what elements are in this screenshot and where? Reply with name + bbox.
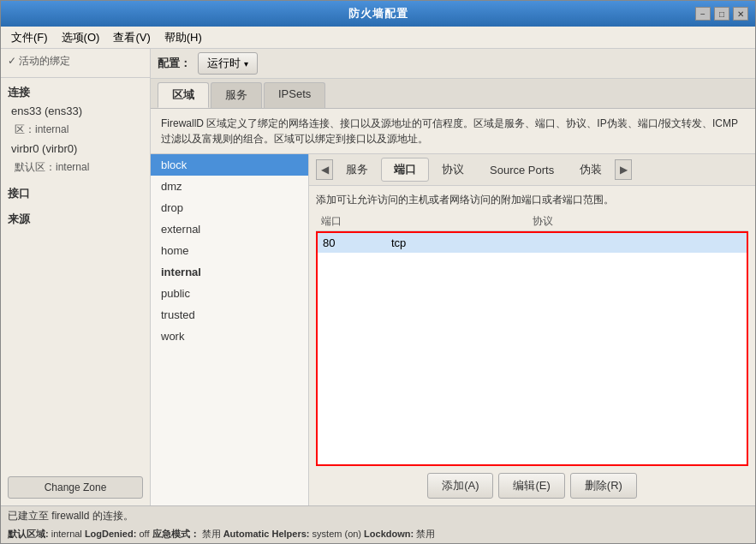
ports-table-header: 端口 协议 bbox=[316, 212, 748, 231]
zone-public[interactable]: public bbox=[151, 283, 308, 304]
zone-work[interactable]: work bbox=[151, 326, 308, 347]
scroll-left-arrow[interactable]: ◀ bbox=[316, 159, 333, 180]
emergency-label: 应急模式： bbox=[152, 529, 199, 539]
tab-bar: 区域 服务 IPSets bbox=[151, 79, 755, 109]
port-col-header: 端口 bbox=[321, 214, 533, 229]
zone-home[interactable]: home bbox=[151, 240, 308, 261]
tab-ipsets[interactable]: IPSets bbox=[264, 82, 325, 108]
protocol-value: tcp bbox=[391, 236, 460, 249]
inner-tab-masquerade[interactable]: 伪装 bbox=[567, 158, 615, 182]
zone-internal[interactable]: internal bbox=[151, 261, 308, 283]
right-panel: ◀ 服务 端口 协议 Source Ports 伪装 ▶ 添加可让允许访问的主机… bbox=[309, 154, 755, 505]
inner-tab-ports[interactable]: 端口 bbox=[381, 158, 429, 182]
table-row[interactable]: 80 tcp bbox=[318, 233, 747, 253]
protocol-col-header: 协议 bbox=[533, 214, 744, 229]
auto-helpers-label: Automatic Helpers: bbox=[223, 529, 310, 539]
connection-status: 已建立至 firewalld 的连接。 bbox=[8, 510, 134, 522]
active-binding-label: ✓ 活动的绑定 bbox=[8, 54, 70, 69]
zone-drop[interactable]: drop bbox=[151, 197, 308, 218]
edit-button[interactable]: 编辑(E) bbox=[498, 473, 564, 499]
close-button[interactable]: ✕ bbox=[733, 7, 748, 21]
port-value: 80 bbox=[323, 236, 391, 249]
delete-button[interactable]: 删除(R) bbox=[570, 473, 637, 499]
sidebar-virbr0: virbr0 (virbr0) bbox=[1, 140, 150, 158]
tab-zones[interactable]: 区域 bbox=[158, 82, 209, 108]
lockdown-value: 禁用 bbox=[416, 529, 435, 539]
lockdown-label: Lockdown: bbox=[364, 529, 414, 539]
inner-tab-source-ports[interactable]: Source Ports bbox=[477, 159, 567, 181]
menu-file[interactable]: 文件(F) bbox=[4, 27, 55, 48]
log-denied-label: LogDenied: bbox=[85, 529, 137, 539]
zone-trusted[interactable]: trusted bbox=[151, 304, 308, 326]
top-controls: 配置： 运行时 bbox=[151, 49, 755, 79]
default-zone-label: 默认区域: bbox=[8, 529, 49, 539]
ports-content: 添加可让允许访问的主机或者网络访问的附加端口或者端口范围。 端口 协议 80 t… bbox=[309, 186, 755, 505]
inner-tab-bar: ◀ 服务 端口 协议 Source Ports 伪装 ▶ bbox=[309, 154, 755, 186]
add-button[interactable]: 添加(A) bbox=[427, 473, 493, 499]
sidebar-btn-area: Change Zone bbox=[1, 469, 150, 505]
emergency-value: 禁用 bbox=[202, 529, 223, 539]
zone-external[interactable]: external bbox=[151, 218, 308, 240]
menu-view[interactable]: 查看(V) bbox=[106, 27, 157, 48]
zone-dmz[interactable]: dmz bbox=[151, 176, 308, 197]
sidebar-interface-title: 接口 bbox=[1, 182, 150, 203]
main-layout: ✓ 活动的绑定 连接 ens33 (ens33) 区：internal virb… bbox=[1, 49, 755, 505]
sidebar-virbr0-zone: 默认区：internal bbox=[1, 158, 150, 177]
ports-description: 添加可让允许访问的主机或者网络访问的附加端口或者端口范围。 bbox=[316, 193, 748, 207]
ports-actions: 添加(A) 编辑(E) 删除(R) bbox=[316, 466, 748, 499]
zone-block[interactable]: block bbox=[151, 154, 308, 176]
tab-services[interactable]: 服务 bbox=[211, 82, 262, 108]
main-window: 防火墙配置 − □ ✕ 文件(F) 选项(O) 查看(V) 帮助(H) ✓ 活动… bbox=[0, 0, 756, 544]
split-content: block dmz drop external home internal pu… bbox=[151, 154, 755, 505]
default-zone-value: internal bbox=[51, 529, 85, 539]
runtime-dropdown[interactable]: 运行时 bbox=[198, 52, 258, 75]
minimize-button[interactable]: − bbox=[695, 7, 711, 21]
ports-table-body: 80 tcp bbox=[316, 231, 748, 466]
sidebar-ens33-zone: 区：internal bbox=[1, 120, 150, 140]
sidebar-connections-title: 连接 bbox=[1, 81, 150, 102]
change-zone-button[interactable]: Change Zone bbox=[8, 476, 143, 499]
sidebar: ✓ 活动的绑定 连接 ens33 (ens33) 区：internal virb… bbox=[1, 49, 151, 505]
inner-tab-protocols[interactable]: 协议 bbox=[429, 158, 477, 182]
status-bar-line2: 默认区域: internal LogDenied: off 应急模式： 禁用 A… bbox=[1, 526, 755, 543]
config-label: 配置： bbox=[158, 56, 191, 71]
menu-options[interactable]: 选项(O) bbox=[55, 27, 107, 48]
sidebar-header: ✓ 活动的绑定 bbox=[1, 49, 150, 74]
menu-help[interactable]: 帮助(H) bbox=[158, 27, 209, 48]
menu-bar: 文件(F) 选项(O) 查看(V) 帮助(H) bbox=[1, 27, 755, 49]
status-bar-line1: 已建立至 firewalld 的连接。 bbox=[1, 505, 755, 526]
scroll-right-arrow[interactable]: ▶ bbox=[615, 159, 632, 180]
zone-list-panel: block dmz drop external home internal pu… bbox=[151, 154, 309, 505]
auto-helpers-value: system (on) bbox=[313, 529, 365, 539]
content-area: 配置： 运行时 区域 服务 IPSets FirewallD 区域定义了绑定的网… bbox=[151, 49, 755, 505]
log-denied-value: off bbox=[139, 529, 152, 539]
sidebar-source-title: 来源 bbox=[1, 208, 150, 229]
info-text: FirewallD 区域定义了绑定的网络连接、接口以及源地址的可信程度。区域是服… bbox=[151, 109, 755, 154]
sidebar-ens33: ens33 (ens33) bbox=[1, 102, 150, 120]
title-bar: 防火墙配置 − □ ✕ bbox=[1, 1, 755, 27]
window-controls: − □ ✕ bbox=[695, 7, 748, 21]
inner-tab-services[interactable]: 服务 bbox=[333, 158, 381, 182]
maximize-button[interactable]: □ bbox=[714, 7, 729, 21]
window-title: 防火墙配置 bbox=[348, 6, 408, 21]
